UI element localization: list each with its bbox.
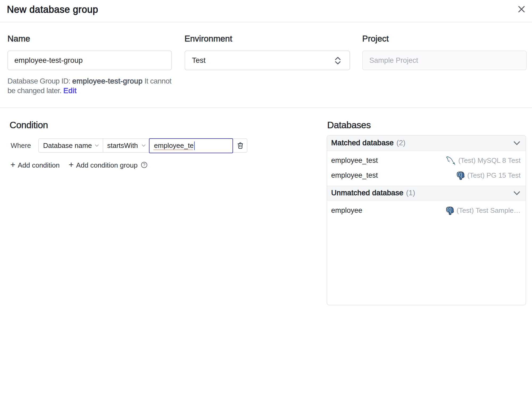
svg-text:?: ? bbox=[143, 163, 145, 167]
